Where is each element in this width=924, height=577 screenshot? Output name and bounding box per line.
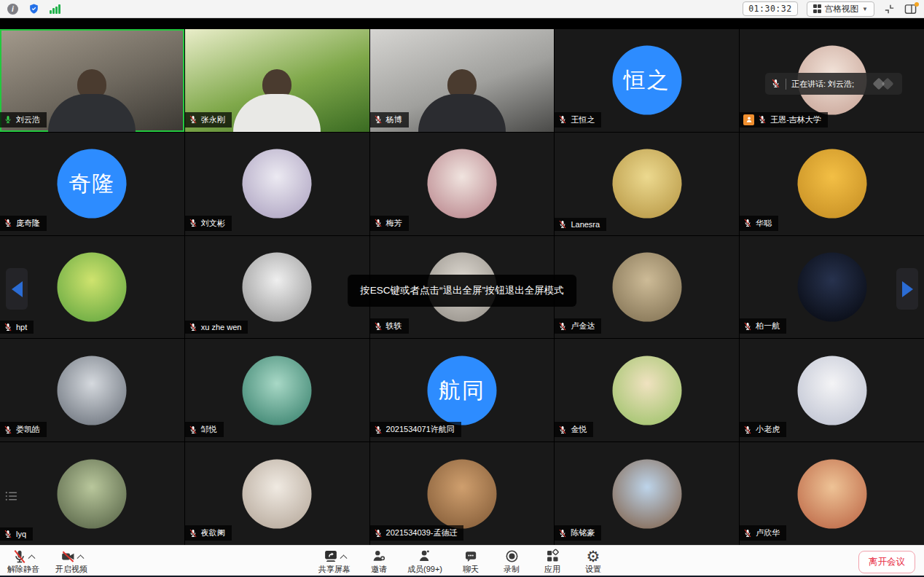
participant-name-tag: 卢金达: [555, 318, 601, 334]
avatar: 恒之: [612, 46, 681, 115]
participant-tile[interactable]: 娄凯皓: [0, 339, 184, 441]
participant-tile[interactable]: 卢欣华: [740, 442, 924, 545]
participant-tile[interactable]: 金悦: [555, 339, 739, 441]
participant-name: hpt: [16, 323, 27, 331]
settings-button[interactable]: ⚙ 设置: [581, 548, 606, 574]
participant-tile[interactable]: 梅芳: [370, 133, 555, 235]
mic-status-icon: [4, 425, 12, 434]
share-screen-button[interactable]: 共享屏幕: [318, 548, 351, 574]
exit-fullscreen-icon[interactable]: [883, 3, 896, 15]
participant-tile[interactable]: lyq: [0, 442, 184, 545]
fullscreen-exit-toast: 按ESC键或者点击“退出全屏”按钮退出全屏模式: [348, 275, 576, 307]
participant-name-tag: 轶轶: [370, 318, 409, 334]
participant-name-tag: 邹悦: [185, 422, 224, 437]
participant-tile[interactable]: 奇隆 庞奇隆: [0, 133, 184, 235]
participant-tile[interactable]: 陈铭豪: [555, 442, 739, 545]
mic-status-icon: [743, 425, 752, 434]
participant-name-tag: 刘文彬: [185, 216, 232, 231]
participant-tile[interactable]: 刘云浩: [0, 29, 184, 132]
unmute-button[interactable]: 解除静音: [7, 548, 39, 574]
participant-tile[interactable]: Lanesra: [555, 133, 739, 235]
participant-tile[interactable]: 华聪: [740, 133, 924, 235]
side-panel-toggle[interactable]: [904, 4, 917, 15]
participant-tile[interactable]: 小老虎: [740, 339, 924, 441]
participant-name: 卢金达: [571, 321, 595, 331]
start-video-button[interactable]: 开启视频: [55, 548, 87, 574]
mic-status-icon: [743, 219, 752, 227]
speaking-text: 正在讲话: 刘云浩;: [791, 79, 854, 90]
participants-label: 成员(99+): [407, 565, 442, 574]
participant-name-tag: 卢欣华: [740, 525, 786, 541]
info-icon[interactable]: i: [7, 4, 18, 15]
mic-status-icon: [374, 219, 383, 227]
mic-status-icon: [558, 425, 567, 434]
participant-name-tag: lyq: [0, 527, 33, 541]
avatar: [58, 252, 127, 321]
avatar: [243, 252, 312, 321]
participant-name: 梅芳: [386, 218, 402, 229]
bottom-toolbar: 解除静音 开启视频: [0, 545, 924, 577]
zoom-watermark-icon: [872, 78, 896, 90]
apps-label: 应用: [544, 565, 560, 574]
invite-button[interactable]: 邀请: [367, 548, 391, 574]
leave-meeting-button[interactable]: 离开会议: [858, 551, 915, 573]
participant-name-tag: 2021534039-孟德迁: [370, 525, 464, 541]
participant-name-tag: 梅芳: [370, 216, 409, 231]
record-button[interactable]: 录制: [499, 548, 524, 574]
mic-status-icon: [374, 529, 383, 538]
participant-name: Lanesra: [571, 220, 600, 229]
apps-button[interactable]: 应用: [540, 548, 565, 574]
participant-tile[interactable]: 航同 2021534071许航同: [370, 339, 555, 441]
previous-page-arrow[interactable]: [6, 268, 28, 310]
participant-tile[interactable]: 夜欲阑: [185, 442, 369, 545]
participants-button[interactable]: 成员(99+): [407, 548, 442, 574]
participant-name-tag: 华聪: [740, 216, 778, 231]
participant-name: 金悦: [571, 424, 587, 435]
chevron-up-icon[interactable]: [28, 554, 36, 562]
participant-name: 娄凯皓: [16, 424, 40, 435]
start-video-label: 开启视频: [55, 565, 87, 574]
avatar: [612, 459, 681, 528]
chat-button[interactable]: 聊天: [458, 548, 483, 574]
avatar: [797, 356, 866, 425]
unmute-label: 解除静音: [7, 565, 39, 574]
settings-label: 设置: [585, 565, 601, 574]
participant-name-tag: xu zhe wen: [185, 321, 248, 334]
person-silhouette: [407, 69, 517, 132]
participant-name: 2021534071许航同: [386, 424, 455, 435]
chevron-up-icon[interactable]: [340, 554, 348, 562]
participant-tile[interactable]: 恒之 王恒之: [555, 29, 739, 132]
participant-name: 刘云浩: [16, 114, 40, 125]
view-mode-button[interactable]: 宫格视图 ▼: [807, 1, 874, 17]
participant-tile[interactable]: xu zhe wen: [185, 236, 369, 339]
avatar: [797, 252, 866, 321]
participant-name: 柏一航: [756, 321, 780, 331]
mic-status-icon: [758, 115, 767, 124]
mic-status-icon: [4, 530, 12, 538]
participant-name-tag: 杨博: [370, 112, 409, 127]
participant-tile[interactable]: 卢金达: [555, 236, 739, 339]
avatar: [427, 149, 496, 219]
participant-tile[interactable]: 邹悦: [185, 339, 369, 441]
participant-tile[interactable]: 2021534039-孟德迁: [370, 442, 555, 545]
avatar: [58, 356, 127, 425]
grid-view-icon: [813, 4, 822, 13]
chat-preview-icon[interactable]: [4, 490, 19, 505]
notification-dot: [915, 2, 919, 7]
participant-tile[interactable]: 杨博: [370, 29, 555, 132]
person-silhouette: [222, 69, 332, 132]
avatar: 奇隆: [58, 149, 127, 219]
avatar: [797, 459, 866, 528]
participant-name: lyq: [16, 530, 26, 538]
avatar: 航同: [427, 356, 496, 425]
participant-name: 刘文彬: [201, 218, 225, 229]
participant-name: 小老虎: [756, 424, 780, 435]
mic-status-icon: [743, 529, 752, 538]
participant-tile[interactable]: 张永刚: [185, 29, 369, 132]
avatar: [612, 356, 681, 425]
signal-bars-icon[interactable]: [50, 4, 60, 14]
shield-icon[interactable]: [28, 3, 39, 15]
next-page-arrow[interactable]: [896, 268, 918, 310]
chevron-up-icon[interactable]: [77, 554, 84, 562]
participant-tile[interactable]: 刘文彬: [185, 133, 369, 235]
